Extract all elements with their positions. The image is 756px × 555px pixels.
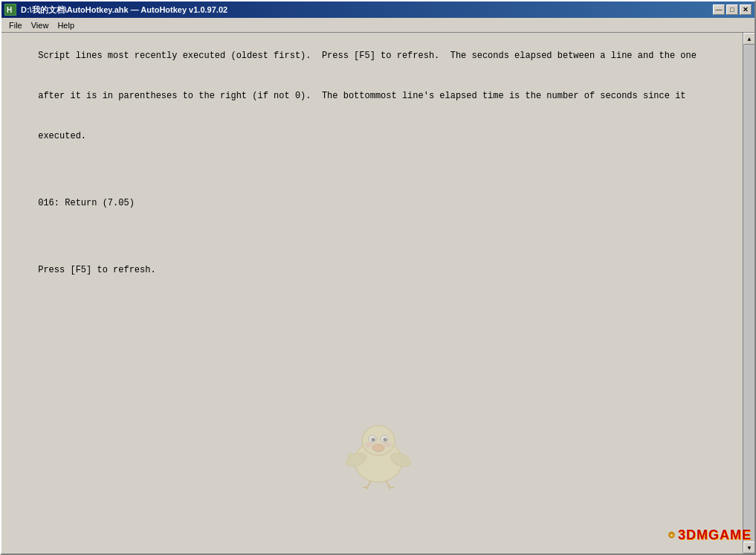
svg-line-14 [386,481,390,487]
svg-point-10 [372,444,384,452]
output-line-2: after it is in parentheses to the right … [38,91,685,101]
output-line-5: 016: Return (7.05) [38,198,135,208]
svg-line-13 [367,481,371,487]
brand-watermark: 3D 3DMGAME [665,516,755,554]
svg-point-7 [381,435,388,443]
svg-text:H: H [7,6,12,14]
title-text: D:\我的文档\AutoHotkey.ahk — AutoHotkey v1.0… [21,4,227,16]
menu-file[interactable]: File [4,19,27,31]
svg-point-3 [362,426,395,455]
scroll-up-button[interactable]: ▲ [743,33,755,45]
output-line-7: Press [F5] to refresh. [38,265,155,275]
output-line-1: Script lines most recently executed (old… [38,51,697,61]
maximize-button[interactable]: □ [726,4,738,15]
svg-point-2 [355,440,402,482]
brand-text: 3DMGAME [678,527,752,543]
menu-help[interactable]: Help [53,19,79,31]
brand-icon: 3D [668,523,675,547]
svg-point-5 [389,451,413,469]
script-output: Script lines most recently executed (old… [1,33,755,293]
vertical-scrollbar[interactable]: ▲ ▼ [743,33,755,554]
svg-point-9 [383,438,387,442]
window-controls: — □ ✕ [713,4,752,15]
content-area: Script lines most recently executed (old… [1,33,755,554]
menu-view[interactable]: View [27,19,54,31]
svg-point-12 [384,443,392,447]
bird-watermark [337,409,419,494]
close-button[interactable]: ✕ [740,4,752,15]
main-window: H D:\我的文档\AutoHotkey.ahk — AutoHotkey v1… [0,0,756,555]
minimize-button[interactable]: — [713,4,725,15]
scroll-track[interactable] [743,45,755,542]
title-bar-content: H D:\我的文档\AutoHotkey.ahk — AutoHotkey v1… [4,4,227,16]
app-icon: H [4,4,16,16]
svg-point-11 [365,443,372,447]
title-bar: H D:\我的文档\AutoHotkey.ahk — AutoHotkey v1… [1,1,755,18]
svg-point-8 [371,438,375,442]
svg-text:3D: 3D [670,533,673,537]
output-line-3: executed. [38,131,86,141]
menu-bar: File View Help [1,18,755,33]
svg-point-6 [369,435,376,443]
svg-point-4 [344,451,368,469]
